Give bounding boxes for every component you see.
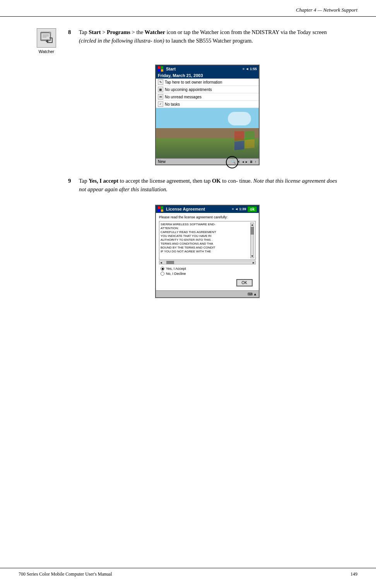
license-btn-row: OK (159, 279, 256, 288)
watcher-label: Watcher (39, 49, 55, 54)
svg-rect-9 (234, 141, 244, 150)
license-line-3: CAREFULLY READ THIS AGREEMENT (161, 230, 250, 234)
today-screen-container: Start ≡ ◄ 1:55 Friday, March 21, 2003 ✎ … (70, 65, 345, 165)
radio-no-circle (161, 272, 164, 276)
today-start-label: Start (166, 67, 176, 71)
svg-rect-10 (245, 139, 255, 148)
today-screen: Start ≡ ◄ 1:55 Friday, March 21, 2003 ✎ … (155, 65, 260, 165)
windows-logo-icon (234, 131, 256, 153)
svg-rect-8 (245, 131, 255, 140)
license-radio-group: Yes, I Accept No, I Decline (159, 264, 256, 279)
license-status-icons: ≡ ◄ 1:39 (232, 207, 246, 211)
step-8-text: Tap Start > Programs > the Watcher icon … (79, 28, 345, 45)
radio-no-label: No, I Decline (166, 272, 186, 276)
today-titlebar-left: Start (158, 66, 176, 72)
messages-icon: ✉ (158, 94, 163, 99)
license-bottom-bar: ⌨ ▲ (156, 290, 259, 297)
radio-yes-circle (161, 267, 164, 271)
license-intro: Please read the license agreement carefu… (159, 215, 256, 220)
license-scrollbar[interactable]: ▲ ▼ (250, 223, 254, 258)
step-9-row: 9 Tap Yes, I accept to accept the licens… (31, 177, 345, 194)
calendar-icon: ▦ (158, 87, 163, 92)
footer-left: 700 Series Color Mobile Computer User's … (19, 571, 112, 577)
today-date-bar: Friday, March 21, 2003 (156, 72, 259, 79)
license-content: SIERRA WIRELESS SOFTWARE END- ATTENTION:… (161, 223, 250, 258)
hscroll-thumb (166, 261, 174, 264)
license-body: Please read the license agreement carefu… (156, 213, 259, 291)
watcher-icon (37, 28, 56, 48)
license-line-5: AUTHORITY TO ENTER INTO THIS . (161, 238, 250, 242)
license-windows-flag-icon (158, 206, 163, 212)
license-hscrollbar[interactable]: ◄ ► (159, 261, 256, 264)
step-8-icon-area: Watcher (31, 28, 62, 54)
today-item-tasks-text: No tasks (165, 102, 180, 106)
content-area: Watcher 8 Tap Start > Programs > the Wat… (0, 21, 376, 325)
license-titlebar-left: License Agreement (158, 206, 205, 212)
wallpaper-cloud (228, 112, 251, 125)
step-8-row: Watcher 8 Tap Start > Programs > the Wat… (31, 28, 345, 54)
tasks-icon: ✓ (158, 101, 163, 107)
license-line-7: BOUND BY THE TERMS AND CONDIT (161, 246, 250, 250)
step-9-text: Tap Yes, I accept to accept the license … (79, 177, 345, 194)
today-taskbar: New 🔍 ✕ ◂ ▸ 🖥 ↑ (156, 158, 259, 165)
today-taskbar-new: New (158, 159, 166, 164)
svg-rect-7 (234, 131, 244, 141)
license-ok-title-btn[interactable]: ok (248, 206, 257, 212)
license-title-label: License Agreement (166, 207, 205, 211)
pda-wallpaper (156, 108, 259, 158)
license-line-6: TERMS AND CONDITIONS AND THA (161, 242, 250, 246)
license-text-box: SIERRA WIRELESS SOFTWARE END- ATTENTION:… (159, 221, 256, 260)
license-screen-container: License Agreement ≡ ◄ 1:39 ok Please rea… (70, 205, 345, 298)
today-status-icons: ≡ ◄ 1:55 (243, 67, 257, 71)
page-footer: 700 Series Color Mobile Computer User's … (0, 568, 376, 580)
today-item-tasks: ✓ No tasks (156, 101, 259, 108)
today-item-owner: ✎ Tap here to set owner information (156, 79, 259, 86)
radio-yes-label: Yes, I Accept (166, 267, 186, 271)
step-9-number: 9 (68, 178, 76, 184)
scroll-thumb (251, 227, 254, 235)
footer-right: 149 (350, 571, 357, 577)
license-line-2: ATTENTION: (161, 226, 250, 230)
today-titlebar: Start ≡ ◄ 1:55 (156, 65, 259, 72)
today-item-messages-text: No unread messages (165, 95, 202, 99)
license-screen: License Agreement ≡ ◄ 1:39 ok Please rea… (155, 205, 260, 298)
page-header: Chapter 4 — Network Support (0, 0, 376, 17)
circle-highlight (226, 156, 238, 168)
keyboard-icon: ⌨ ▲ (248, 292, 257, 296)
step-8-content: 8 Tap Start > Programs > the Watcher ico… (68, 28, 345, 45)
windows-flag-icon (158, 66, 163, 72)
radio-yes-item[interactable]: Yes, I Accept (161, 267, 254, 271)
license-titlebar: License Agreement ≡ ◄ 1:39 ok (156, 206, 259, 213)
owner-icon: ✎ (158, 79, 163, 85)
step-9-content: 9 Tap Yes, I accept to accept the licens… (68, 177, 345, 194)
today-item-messages: ✉ No unread messages (156, 93, 259, 101)
step-8-number: 8 (68, 29, 76, 36)
license-line-4: YOU INDICATE THAT YOU HAVE RI (161, 234, 250, 238)
today-item-owner-text: Tap here to set owner information (165, 80, 222, 84)
chapter-title: Chapter 4 — Network Support (296, 7, 357, 13)
radio-no-item[interactable]: No, I Decline (161, 272, 254, 276)
license-line-1: SIERRA WIRELESS SOFTWARE END- (161, 223, 250, 226)
today-item-appointments-text: No upcoming appointments (165, 87, 212, 92)
license-ok-button[interactable]: OK (236, 279, 253, 286)
svg-rect-1 (41, 33, 50, 39)
today-item-appointments: ▦ No upcoming appointments (156, 86, 259, 93)
license-line-8: IF YOU DO NOT AGREE WITH THE (161, 250, 250, 254)
radio-yes-fill (162, 268, 164, 270)
